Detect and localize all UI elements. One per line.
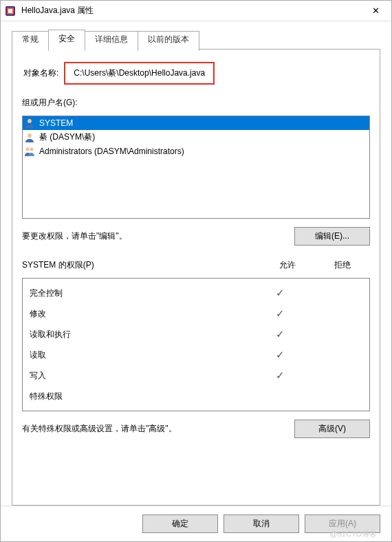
permission-row: 特殊权限: [30, 386, 362, 406]
advanced-row: 有关特殊权限或高级设置，请单击"高级"。 高级(V): [22, 420, 370, 438]
permissions-title: SYSTEM 的权限(P): [22, 259, 260, 271]
window-title: HelloJava.java 属性: [21, 5, 360, 17]
permission-name: 写入: [30, 370, 252, 382]
permission-name: 特殊权限: [30, 391, 252, 402]
edit-button[interactable]: 编辑(E)...: [294, 227, 370, 246]
permission-name: 修改: [30, 308, 252, 320]
tab-security[interactable]: 安全: [48, 30, 85, 50]
edit-hint: 要更改权限，请单击"编辑"。: [22, 230, 127, 242]
list-item[interactable]: Administrators (DASYM\Administrators): [23, 144, 369, 158]
apply-button[interactable]: 应用(A): [305, 514, 380, 533]
object-name-label: 对象名称:: [23, 67, 58, 79]
allow-check-icon: ✓: [252, 307, 307, 320]
permission-row: 写入 ✓: [30, 365, 362, 386]
allow-check-icon: ✓: [252, 369, 307, 382]
permission-row: 读取和执行 ✓: [30, 324, 362, 345]
list-item-label: SYSTEM: [39, 118, 73, 128]
allow-check-icon: ✓: [252, 328, 307, 340]
list-item-label: Administrators (DASYM\Administrators): [39, 147, 184, 156]
content-area: 常规 安全 详细信息 以前的版本 对象名称: C:\Users\綦\Deskto…: [1, 21, 391, 506]
user-icon: [24, 132, 35, 143]
title-bar: HelloJava.java 属性 ✕: [1, 1, 391, 21]
tab-strip: 常规 安全 详细信息 以前的版本: [12, 30, 380, 50]
permission-name: 读取: [30, 349, 252, 361]
list-item[interactable]: 綦 (DASYM\綦): [23, 130, 369, 144]
list-item-label: 綦 (DASYM\綦): [39, 131, 95, 143]
svg-point-4: [28, 133, 32, 138]
tab-previous-versions[interactable]: 以前的版本: [138, 31, 199, 51]
permission-row: 修改 ✓: [30, 303, 362, 324]
advanced-button[interactable]: 高级(V): [294, 420, 370, 438]
permission-row: 读取 ✓: [30, 345, 362, 365]
tab-general[interactable]: 常规: [12, 31, 49, 51]
allow-check-icon: ✓: [252, 287, 307, 299]
tab-details[interactable]: 详细信息: [85, 31, 138, 51]
tab-panel-security: 对象名称: C:\Users\綦\Desktop\HelloJava.java …: [12, 50, 380, 506]
permissions-list: 完全控制 ✓ 修改 ✓ 读取和执行 ✓ 读取 ✓: [22, 278, 370, 411]
groups-label: 组或用户名(G):: [22, 97, 370, 109]
allow-check-icon: ✓: [252, 349, 307, 361]
advanced-hint: 有关特殊权限或高级设置，请单击"高级"。: [22, 423, 177, 435]
svg-point-6: [30, 148, 34, 151]
object-name-value: C:\Users\綦\Desktop\HelloJava.java: [64, 62, 215, 85]
object-name-row: 对象名称: C:\Users\綦\Desktop\HelloJava.java: [22, 59, 370, 87]
allow-column-header: 允许: [260, 259, 315, 271]
deny-column-header: 拒绝: [315, 259, 370, 271]
groups-listbox[interactable]: SYSTEM 綦 (DASYM\綦): [22, 116, 370, 219]
close-icon: ✕: [372, 6, 380, 16]
user-icon: [24, 118, 35, 129]
permission-name: 完全控制: [30, 288, 252, 299]
properties-window: HelloJava.java 属性 ✕ 常规 安全 详细信息 以前的版本 对象名…: [0, 0, 392, 542]
close-button[interactable]: ✕: [360, 1, 391, 21]
permissions-header: SYSTEM 的权限(P) 允许 拒绝: [22, 259, 370, 271]
edit-row: 要更改权限，请单击"编辑"。 编辑(E)...: [22, 227, 370, 246]
ok-button[interactable]: 确定: [142, 514, 218, 533]
permission-row: 完全控制 ✓: [30, 283, 362, 303]
svg-point-5: [26, 148, 30, 151]
svg-point-3: [28, 119, 32, 123]
cancel-button[interactable]: 取消: [224, 514, 299, 533]
svg-rect-2: [8, 9, 12, 13]
group-icon: [24, 146, 35, 157]
app-icon: [5, 6, 16, 17]
list-item[interactable]: SYSTEM: [23, 116, 369, 130]
permission-name: 读取和执行: [30, 329, 252, 340]
dialog-footer: 确定 取消 应用(A): [1, 506, 391, 541]
